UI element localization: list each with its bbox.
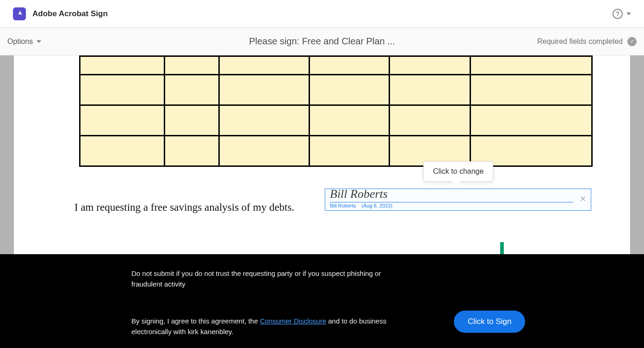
close-icon[interactable] [579,195,587,203]
table-cell[interactable] [164,75,219,105]
options-label: Options [7,37,33,46]
app-title: Adobe Acrobat Sign [32,9,108,18]
consumer-disclosure-link[interactable]: Consumer Disclosure [260,317,326,325]
signature-name: Bill Roberts [330,187,388,201]
table-row [80,136,592,166]
form-table [79,55,593,167]
required-fields-label: Required fields completed [537,37,623,46]
sub-header: Options Please sign: Free and Clear Plan… [0,28,644,55]
table-row [80,105,592,136]
table-cell[interactable] [219,105,309,136]
table-cell[interactable] [219,136,309,166]
footer: Do not submit if you do not trust the re… [0,254,644,348]
table-cell[interactable] [80,75,165,105]
table-cell[interactable] [390,75,471,105]
app-header-left: Adobe Acrobat Sign [13,7,108,20]
table-cell[interactable] [390,105,471,136]
document-viewport[interactable]: I am requesting a free savings analysis … [0,55,644,254]
signature-meta: Bill Roberts (Aug 6, 2023) [330,203,392,208]
help-icon[interactable]: ? [613,9,623,19]
table-cell[interactable] [164,56,219,75]
signature-meta-name: Bill Roberts [330,203,356,208]
table-row [80,56,592,75]
table-cell[interactable] [80,105,165,136]
table-cell[interactable] [309,136,390,166]
table-cell[interactable] [80,136,165,166]
agree-prefix: By signing, I agree to this agreement, t… [131,317,260,325]
signature-tooltip: Click to change [423,161,493,182]
warning-text: Do not submit if you do not trust the re… [131,268,390,290]
document-title: Please sign: Free and Clear Plan ... [249,36,395,47]
signature-line [330,202,573,202]
table-cell[interactable] [219,75,309,105]
table-row [80,75,592,105]
chevron-down-icon[interactable] [626,12,631,15]
signature-field[interactable]: Bill Roberts Bill Roberts (Aug 6, 2023) [325,189,591,211]
request-text: I am requesting a free savings analysis … [74,201,294,214]
table-cell[interactable] [164,105,219,136]
arrow-annotation [496,242,508,254]
table-cell[interactable] [309,105,390,136]
document-page: I am requesting a free savings analysis … [14,55,630,254]
table-cell[interactable] [219,56,309,75]
table-cell[interactable] [470,105,592,136]
signature-meta-date: (Aug 6, 2023) [361,203,392,208]
table-cell[interactable] [470,75,592,105]
check-circle-icon [627,37,637,46]
table-cell[interactable] [309,75,390,105]
click-to-sign-button[interactable]: Click to Sign [454,311,525,333]
acrobat-icon [13,7,26,20]
app-header-right: ? [613,9,631,19]
required-fields-status: Required fields completed [537,37,637,46]
agreement-text: By signing, I agree to this agreement, t… [131,316,390,337]
chevron-down-icon [37,40,41,43]
table-cell[interactable] [164,136,219,166]
table-cell[interactable] [309,56,390,75]
arrow-shaft [500,242,504,254]
app-header: Adobe Acrobat Sign ? [0,0,644,28]
table-cell[interactable] [80,56,165,75]
table-cell[interactable] [390,56,471,75]
table-cell[interactable] [470,56,592,75]
options-button[interactable]: Options [7,37,41,46]
